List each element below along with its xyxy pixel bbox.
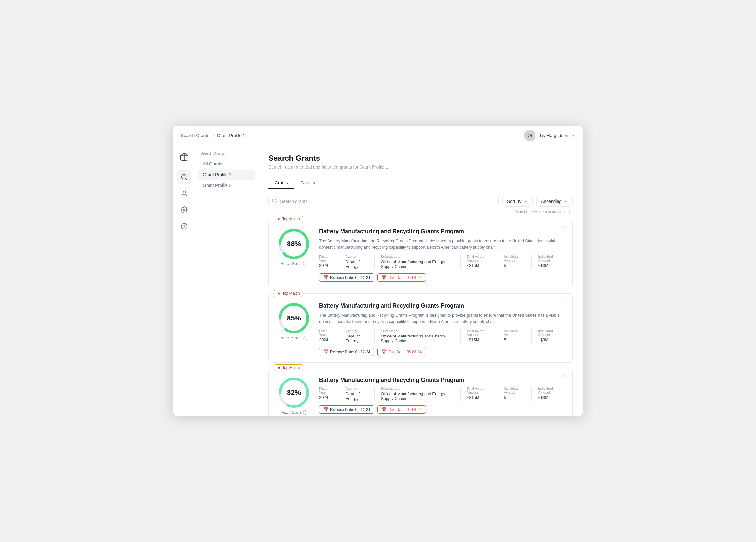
- app-window: Search Grants > Grant Profile 1 JH Jay H…: [173, 126, 583, 416]
- info-icon-1[interactable]: i: [303, 336, 307, 340]
- grant-title-1: Battery Manufacturing and Recycling Gran…: [319, 303, 566, 309]
- match-score-label-0: Match Score i: [280, 261, 307, 266]
- grant-card-1: ★Top Match ♡ 85% Match Score i Battery M…: [268, 294, 573, 363]
- app-logo: [177, 150, 191, 164]
- svg-point-2: [183, 209, 185, 211]
- tab-grants[interactable]: Grants: [268, 177, 294, 189]
- circle-score-2: 82%: [278, 377, 310, 408]
- release-date-badge-2: 📅 Release Date: 01-12-24: [319, 405, 374, 414]
- recommendations-count: Number of Recommendations: 32: [268, 209, 573, 214]
- due-date-badge-2: 📅 Due Date: 05-06-24: [377, 405, 426, 414]
- grant-dates-0: 📅 Release Date: 01-12-24 📅 Due Date: 05-…: [319, 273, 566, 282]
- svg-point-5: [272, 199, 276, 202]
- grants-list: ★Top Match ♡ 88% Match Score i Battery M…: [268, 219, 573, 416]
- favorite-button-2[interactable]: ♡: [562, 373, 567, 381]
- sidebar-item-all-grants[interactable]: All Grants: [198, 159, 255, 169]
- circle-score-1: 85%: [278, 303, 310, 334]
- svg-point-1: [183, 191, 185, 193]
- grant-desc-1: The Battery Manufacturing and Recycling …: [319, 312, 566, 325]
- release-date-badge-0: 📅 Release Date: 01-12-24: [319, 273, 374, 282]
- top-bar: Search Grants > Grant Profile 1 JH Jay H…: [173, 126, 583, 145]
- calendar-icon-release-0: 📅: [323, 275, 328, 280]
- score-wrap-0: 88% Match Score i: [275, 228, 313, 282]
- score-text-2: 82%: [287, 389, 301, 397]
- sidebar-item-grant-profile-1[interactable]: Grant Profile 1: [198, 169, 255, 180]
- calendar-icon-due-0: 📅: [381, 275, 387, 280]
- user-info: JH Jay Hargudson ▼: [524, 130, 575, 141]
- search-box: [268, 196, 499, 207]
- sidebar-search-icon[interactable]: [177, 170, 191, 184]
- breadcrumb-current: Grant Profile 1: [217, 133, 245, 138]
- tab-favorites[interactable]: Favorites: [294, 177, 325, 189]
- sidebar-help-icon[interactable]: [177, 219, 191, 233]
- calendar-icon-release-1: 📅: [323, 350, 328, 354]
- sort-order-label: Ascending: [541, 199, 562, 204]
- grant-title-0: Battery Manufacturing and Recycling Gran…: [319, 228, 566, 235]
- card-content-2: Battery Manufacturing and Recycling Gran…: [319, 377, 566, 415]
- match-score-label-2: Match Score i: [280, 410, 307, 415]
- grant-title-2: Battery Manufacturing and Recycling Gran…: [319, 377, 566, 384]
- nav-section-label: Search Grants: [195, 151, 258, 158]
- score-text-1: 85%: [287, 314, 301, 322]
- sidebar-item-grant-profile-2[interactable]: Grant Profile 2: [198, 180, 255, 190]
- breadcrumb-start[interactable]: Search Grants: [181, 133, 209, 138]
- circle-score-0: 88%: [278, 228, 310, 259]
- favorite-button-1[interactable]: ♡: [562, 299, 567, 306]
- score-wrap-1: 85% Match Score i: [275, 303, 313, 356]
- score-wrap-2: 82% Match Score i: [275, 377, 313, 415]
- info-icon-2[interactable]: i: [303, 410, 307, 415]
- sort-by-dropdown[interactable]: Sort By: [502, 196, 533, 207]
- main-layout: Search Grants All Grants Grant Profile 1…: [173, 145, 583, 416]
- sort-by-label: Sort By: [507, 199, 522, 204]
- release-date-badge-1: 📅 Release Date: 01-12-24: [319, 348, 374, 356]
- grant-card-0: ★Top Match ♡ 88% Match Score i Battery M…: [268, 219, 573, 288]
- grant-meta-1: Fiscal Year 2024 Agency Dept. of Energy …: [319, 329, 566, 343]
- card-content-1: Battery Manufacturing and Recycling Gran…: [319, 303, 566, 356]
- grant-card-2: ★Top Match ♡ 82% Match Score i Battery M…: [268, 368, 573, 416]
- card-content-0: Battery Manufacturing and Recycling Gran…: [319, 228, 566, 282]
- sidebar-profile-icon[interactable]: [177, 186, 191, 200]
- search-input[interactable]: [268, 196, 499, 207]
- grant-desc-0: The Battery Manufacturing and Recycling …: [319, 238, 566, 250]
- score-text-0: 88%: [287, 240, 301, 248]
- grant-dates-2: 📅 Release Date: 01-12-24 📅 Due Date: 05-…: [319, 405, 566, 414]
- info-icon-0[interactable]: i: [303, 261, 307, 266]
- breadcrumb-separator: >: [212, 133, 214, 138]
- avatar: JH: [524, 130, 535, 141]
- due-date-badge-1: 📅 Due Date: 05-06-24: [377, 348, 426, 356]
- top-match-badge-2: ★Top Match: [274, 364, 303, 371]
- search-sort-bar: Sort By Ascending: [268, 196, 573, 207]
- page-title: Search Grants: [268, 154, 573, 163]
- main-content: Search Grants Search recommended and fav…: [258, 145, 583, 416]
- sidebar-settings-icon[interactable]: [177, 203, 191, 217]
- nav-sidebar: Search Grants All Grants Grant Profile 1…: [195, 145, 258, 416]
- calendar-icon-due-1: 📅: [381, 350, 387, 354]
- page-subtitle: Search recommended and favorited grants …: [268, 164, 573, 169]
- user-name: Jay Hargudson: [539, 133, 568, 138]
- calendar-icon-due-2: 📅: [381, 407, 387, 412]
- chevron-down-icon[interactable]: ▼: [571, 133, 575, 138]
- due-date-badge-0: 📅 Due Date: 05-06-24: [377, 273, 426, 282]
- search-icon: [272, 198, 277, 204]
- calendar-icon-release-2: 📅: [323, 407, 328, 412]
- match-score-label-1: Match Score i: [280, 336, 307, 340]
- icon-sidebar: [173, 145, 195, 416]
- favorite-button-0[interactable]: ♡: [562, 224, 567, 232]
- breadcrumb: Search Grants > Grant Profile 1: [181, 133, 245, 138]
- grant-meta-0: Fiscal Year 2024 Agency Dept. of Energy …: [319, 254, 566, 269]
- top-match-badge-1: ★Top Match: [274, 290, 303, 297]
- svg-point-0: [181, 174, 186, 179]
- grant-meta-2: Fiscal Year 2024 Agency Dept. of Energy …: [319, 387, 566, 401]
- sort-order-dropdown[interactable]: Ascending: [536, 196, 573, 207]
- tabs-bar: Grants Favorites: [268, 177, 573, 189]
- top-match-badge-0: ★Top Match: [274, 215, 303, 222]
- grant-dates-1: 📅 Release Date: 01-12-24 📅 Due Date: 05-…: [319, 348, 566, 356]
